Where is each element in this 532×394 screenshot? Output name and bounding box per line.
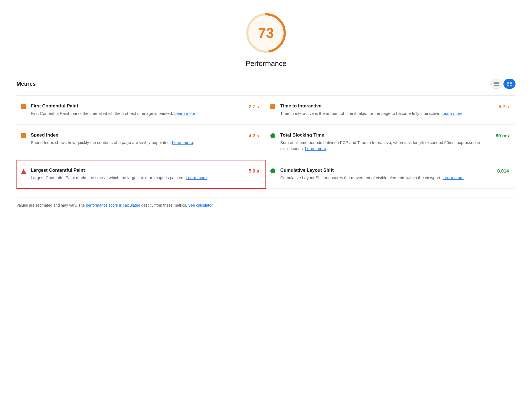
svg-rect-3 xyxy=(494,84,499,84)
metric-tti: Time to Interactive Time to interactive … xyxy=(266,96,516,125)
svg-rect-5 xyxy=(507,82,509,83)
svg-rect-10 xyxy=(510,85,512,86)
tbt-value: 80 ms xyxy=(496,133,509,139)
si-learn-more[interactable]: Learn more xyxy=(172,140,193,145)
svg-rect-6 xyxy=(510,82,512,83)
orange-square-icon-2 xyxy=(270,104,275,109)
red-triangle-icon xyxy=(21,169,26,174)
score-number: 73 xyxy=(258,25,274,41)
cls-name: Cumulative Layout Shift xyxy=(280,168,495,173)
see-calculator-link[interactable]: See calculator. xyxy=(188,203,214,207)
si-name: Speed Index xyxy=(31,132,247,138)
si-icon xyxy=(21,133,29,138)
lcp-description: Largest Contentful Paint marks the time … xyxy=(31,175,247,181)
svg-rect-8 xyxy=(510,84,512,84)
view-toggle xyxy=(490,79,516,89)
footer-text-before: Values are estimated and may vary. The xyxy=(16,203,86,207)
lcp-icon xyxy=(21,168,29,174)
fcp-value: 2.7 s xyxy=(249,104,259,110)
score-circle: 73 xyxy=(244,11,288,55)
footer-text-middle: directly from these metrics. xyxy=(140,203,188,207)
orange-square-icon-3 xyxy=(21,133,26,138)
cls-value: 0.014 xyxy=(497,168,509,174)
si-value: 4.2 s xyxy=(249,133,259,139)
fcp-learn-more[interactable]: Learn more xyxy=(174,111,195,116)
footer-note: Values are estimated and may vary. The p… xyxy=(16,198,516,208)
metric-lcp: Largest Contentful Paint Largest Content… xyxy=(16,160,266,189)
si-content: Speed Index Speed Index shows how quickl… xyxy=(31,132,247,146)
svg-rect-9 xyxy=(507,85,509,86)
tbt-content: Total Blocking Time Sum of all time peri… xyxy=(280,132,494,152)
tbt-name: Total Blocking Time xyxy=(280,132,494,138)
cls-content: Cumulative Layout Shift Cumulative Layou… xyxy=(280,168,495,181)
tbt-learn-more[interactable]: Learn more xyxy=(305,146,326,151)
cls-icon xyxy=(270,168,278,173)
tti-icon xyxy=(270,104,278,109)
green-circle-icon xyxy=(270,133,275,138)
tbt-icon xyxy=(270,133,278,138)
svg-rect-4 xyxy=(494,85,499,86)
detail-view-button[interactable] xyxy=(503,79,516,89)
list-icon xyxy=(494,82,499,86)
fcp-name: First Contentful Paint xyxy=(31,103,247,109)
tti-name: Time to Interactive xyxy=(280,103,496,109)
metrics-section: Metrics xyxy=(16,79,516,189)
list-view-button[interactable] xyxy=(490,79,502,89)
metric-tbt: Total Blocking Time Sum of all time peri… xyxy=(266,125,516,160)
metrics-grid: First Contentful Paint First Contentful … xyxy=(16,95,516,189)
fcp-icon xyxy=(21,104,29,109)
lcp-value: 5.0 s xyxy=(249,168,259,174)
si-description: Speed Index shows how quickly the conten… xyxy=(31,140,247,146)
tbt-description: Sum of all time periods between FCP and … xyxy=(280,140,494,152)
detail-icon xyxy=(507,82,512,86)
tti-value: 5.2 s xyxy=(499,104,509,110)
svg-rect-2 xyxy=(494,82,499,83)
lcp-name: Largest Contentful Paint xyxy=(31,168,247,173)
cls-learn-more[interactable]: Learn more xyxy=(443,175,464,180)
metric-cls: Cumulative Layout Shift Cumulative Layou… xyxy=(266,160,516,189)
tti-description: Time to interactive is the amount of tim… xyxy=(280,110,496,117)
green-circle-icon-2 xyxy=(270,168,275,173)
tti-learn-more[interactable]: Learn more xyxy=(441,111,463,116)
fcp-content: First Contentful Paint First Contentful … xyxy=(31,103,247,117)
svg-rect-7 xyxy=(507,84,509,84)
lcp-learn-more[interactable]: Learn more xyxy=(186,175,207,180)
orange-square-icon xyxy=(21,104,26,109)
score-label: Performance xyxy=(246,59,287,68)
metric-fcp: First Contentful Paint First Contentful … xyxy=(16,96,266,125)
performance-score-link[interactable]: performance score is calculated xyxy=(86,203,140,207)
cls-description: Cumulative Layout Shift measures the mov… xyxy=(280,175,495,181)
metrics-header: Metrics xyxy=(16,79,516,93)
metrics-title: Metrics xyxy=(16,81,36,87)
lcp-content: Largest Contentful Paint Largest Content… xyxy=(31,168,247,181)
metric-si: Speed Index Speed Index shows how quickl… xyxy=(16,125,266,160)
tti-content: Time to Interactive Time to interactive … xyxy=(280,103,496,117)
score-section: 73 Performance xyxy=(16,11,516,68)
fcp-description: First Contentful Paint marks the time at… xyxy=(31,110,247,117)
